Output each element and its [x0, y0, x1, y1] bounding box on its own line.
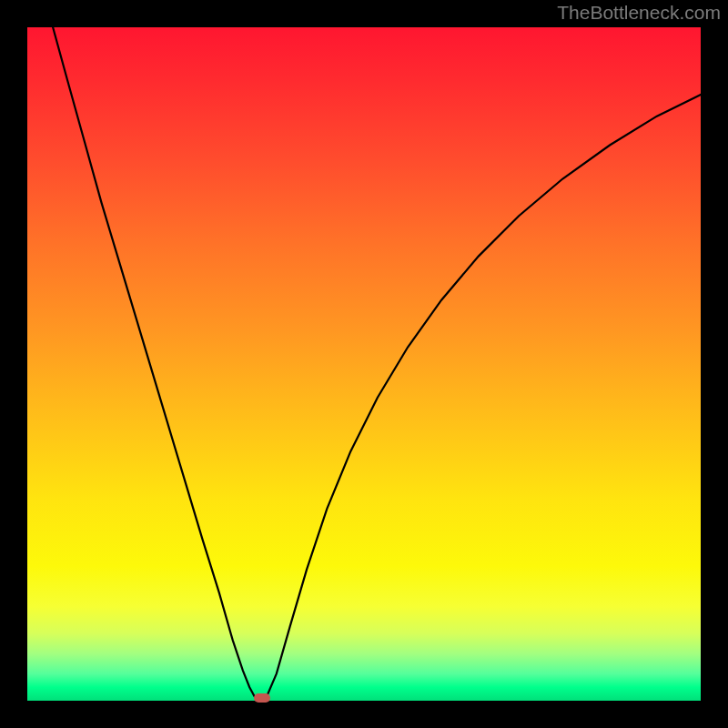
left-branch-curve — [53, 27, 258, 701]
curve-layer — [27, 27, 701, 701]
watermark-text: TheBottleneck.com — [557, 2, 721, 24]
plot-area — [27, 27, 701, 701]
bottleneck-marker — [254, 693, 270, 703]
chart-stage: TheBottleneck.com — [0, 0, 728, 728]
right-branch-curve — [267, 95, 701, 697]
